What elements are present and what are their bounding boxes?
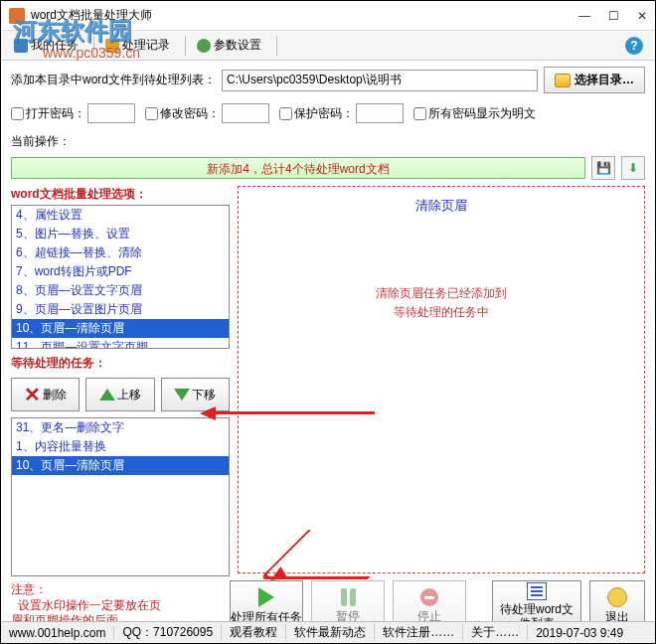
gear-icon: [197, 39, 211, 53]
help-icon[interactable]: ?: [625, 37, 643, 55]
preview-panel: 清除页眉 清除页眉任务已经添加到 等待处理的任务中: [238, 186, 645, 573]
status-register[interactable]: 软件注册……: [383, 624, 463, 641]
option-item[interactable]: 7、word转图片或PDF: [12, 262, 229, 281]
password-row: 打开密码： 修改密码： 保护密码： 所有密码显示为明文: [1, 99, 655, 131]
list-icon: [527, 582, 547, 600]
maximize-button[interactable]: ☐: [608, 9, 619, 23]
download-icon-button[interactable]: ⬇: [621, 156, 645, 180]
history-icon: [105, 39, 119, 53]
settings-label: 参数设置: [214, 37, 261, 54]
statusbar: www.001help.com QQ：710726095 观看教程 软件最新动态…: [1, 621, 655, 643]
protect-password-label: 保护密码：: [294, 105, 354, 122]
tasks-icon: [14, 39, 28, 53]
protect-password-checkbox[interactable]: [279, 107, 292, 120]
open-password-input[interactable]: [87, 103, 135, 123]
current-operation-label: 当前操作：: [1, 131, 655, 156]
open-password-label: 打开密码：: [26, 105, 85, 122]
directory-input[interactable]: [222, 70, 538, 91]
my-tasks-button[interactable]: 我的任务: [7, 33, 85, 58]
option-item[interactable]: 6、超链接—替换、清除: [12, 243, 229, 262]
option-item[interactable]: 8、页眉—设置文字页眉: [12, 281, 229, 300]
modify-password-checkbox[interactable]: [145, 107, 158, 120]
delete-task-button[interactable]: ✕删除: [11, 378, 80, 411]
open-password-checkbox[interactable]: [11, 107, 24, 120]
stop-icon: [420, 588, 438, 606]
queue-list[interactable]: 31、更名—删除文字1、内容批量替换10、页眉—清除页眉: [11, 417, 230, 576]
separator: [185, 36, 186, 56]
x-icon: ✕: [24, 383, 41, 406]
arrow-up-icon: [99, 389, 115, 401]
toolbar: 我的任务 处理记录 参数设置 ?: [1, 31, 655, 61]
status-tutorial[interactable]: 观看教程: [230, 624, 286, 641]
move-up-button[interactable]: 上移: [85, 378, 154, 411]
move-down-button[interactable]: 下移: [161, 378, 230, 411]
queue-item[interactable]: 1、内容批量替换: [12, 437, 229, 456]
status-qq: QQ：710726095: [122, 624, 222, 641]
preview-title: 清除页眉: [246, 197, 636, 215]
option-item[interactable]: 5、图片—替换、设置: [12, 225, 229, 243]
status-site[interactable]: www.001help.com: [9, 626, 114, 640]
browse-label: 选择目录…: [574, 72, 634, 88]
option-item[interactable]: 10、页眉—清除页眉: [12, 319, 229, 338]
plain-password-label: 所有密码显示为明文: [428, 105, 536, 122]
browse-button[interactable]: 选择目录…: [544, 67, 645, 93]
plain-password-checkbox[interactable]: [413, 107, 426, 120]
status-about[interactable]: 关于……: [471, 624, 528, 641]
status-message: 新添加4，总计4个待处理word文档: [11, 157, 585, 179]
history-button[interactable]: 处理记录: [98, 33, 177, 58]
option-item[interactable]: 4、属性设置: [12, 206, 229, 225]
settings-button[interactable]: 参数设置: [190, 33, 268, 58]
folder-icon: [555, 74, 571, 87]
arrow-down-icon: [174, 389, 190, 401]
exit-icon: [607, 587, 627, 607]
directory-label: 添加本目录中word文件到待处理列表：: [11, 72, 216, 88]
option-item[interactable]: 9、页眉—设置图片页眉: [12, 300, 229, 319]
queue-item[interactable]: 31、更名—删除文字: [12, 418, 229, 437]
close-button[interactable]: ✕: [637, 9, 647, 23]
protect-password-input[interactable]: [356, 103, 404, 123]
status-news[interactable]: 软件最新动态: [294, 624, 375, 641]
status-datetime: 2019-07-03 9:49: [536, 626, 631, 640]
minimize-button[interactable]: —: [578, 9, 590, 23]
option-item[interactable]: 11、页脚—设置文字页脚: [12, 338, 229, 349]
pause-icon: [341, 588, 356, 606]
modify-password-input[interactable]: [222, 103, 269, 123]
window-title: word文档批量处理大师: [31, 7, 578, 24]
separator: [93, 36, 94, 56]
my-tasks-label: 我的任务: [31, 37, 79, 54]
modify-password-label: 修改密码：: [160, 105, 220, 122]
play-icon: [258, 587, 274, 607]
queue-title: 等待处理的任务：: [11, 355, 230, 372]
preview-message: 清除页眉任务已经添加到 等待处理的任务中: [246, 284, 636, 322]
app-icon: [9, 8, 25, 24]
history-label: 处理记录: [122, 37, 170, 54]
separator: [276, 36, 277, 56]
directory-row: 添加本目录中word文件到待处理列表： 选择目录…: [1, 61, 655, 99]
save-icon-button[interactable]: 💾: [591, 156, 615, 180]
queue-item[interactable]: 10、页眉—清除页眉: [12, 456, 229, 475]
options-list[interactable]: 4、属性设置5、图片—替换、设置6、超链接—替换、清除7、word转图片或PDF…: [11, 205, 230, 349]
titlebar: word文档批量处理大师 — ☐ ✕: [1, 1, 655, 31]
options-title: word文档批量处理选项：: [11, 186, 230, 203]
